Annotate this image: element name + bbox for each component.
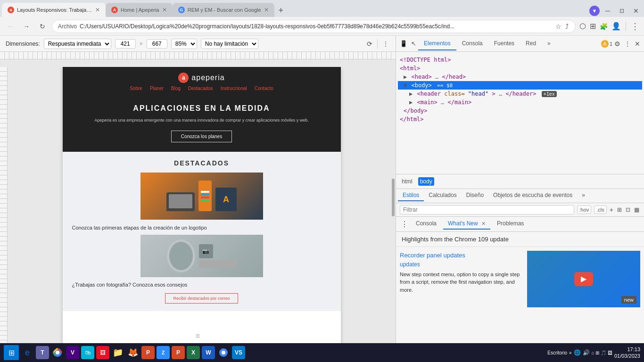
taskbar-chrome2-icon[interactable] (217, 346, 230, 359)
filter-layout-icon[interactable]: ▦ (633, 206, 640, 214)
resize-handle[interactable]: ≡ (195, 331, 201, 341)
html-line-html[interactable]: <html> (398, 64, 642, 73)
taskbar-ie-icon[interactable]: e (21, 346, 34, 359)
style-tab-estilos[interactable]: Estilos (398, 190, 424, 201)
devtools-device-icon[interactable]: 📱 (398, 38, 409, 49)
taskbar-word-icon[interactable]: W (202, 346, 215, 359)
whats-new-link[interactable]: Recorder panel updates (400, 252, 465, 259)
profile-avatar[interactable]: 👤 (611, 21, 622, 32)
html-line-main[interactable]: ▶ <main> … </main> (398, 98, 642, 107)
html-line-header[interactable]: ▶ <header class= "head" > … </header> +1… (398, 90, 642, 98)
hero-cta-button[interactable]: Conozca los planes (171, 131, 232, 142)
taskbar-desktop-label[interactable]: Escritorio (547, 350, 567, 355)
taskbar-excel-icon[interactable]: X (187, 346, 200, 359)
html-line-body[interactable]: ▼ <body> == $0 (398, 81, 642, 90)
taskbar-powerpoint2-icon[interactable]: P (172, 346, 185, 359)
taskbar-sound-icon[interactable]: 🔊 (583, 349, 590, 356)
devtools-pointer-icon[interactable]: ↖ (409, 38, 418, 49)
nav-blog[interactable]: Blog (171, 86, 181, 91)
taskbar-zoom-icon[interactable]: Z (157, 346, 170, 359)
height-input[interactable] (147, 39, 167, 49)
main-arrow[interactable]: ▶ (409, 99, 413, 106)
dt-tab-fuentes[interactable]: Fuentes (488, 37, 520, 50)
more-options-icon[interactable]: ⋮ (381, 39, 390, 49)
featured-cta-button[interactable]: Recibir destacados por correo (165, 293, 238, 304)
filter-toggle-icon[interactable]: ⊡ (625, 206, 631, 214)
body-arrow[interactable]: ▼ (404, 82, 407, 89)
close-button[interactable]: ✕ (630, 5, 642, 17)
minimize-button[interactable]: ─ (602, 5, 614, 17)
element-tab-html[interactable]: html (400, 177, 414, 186)
dt-tab-elementos[interactable]: Elementos (418, 37, 456, 50)
style-tab-objetos[interactable]: Objetos de escucha de eventos (488, 190, 577, 201)
style-tab-more[interactable]: » (577, 190, 590, 201)
bookmark-button[interactable]: ☆ (554, 22, 562, 31)
no-limit-select[interactable]: No hay limitación (201, 39, 258, 49)
devtools-more-icon[interactable]: ⋮ (622, 38, 633, 49)
extensions-icon[interactable]: ⬡ (578, 21, 587, 32)
youtube-play-button[interactable]: ▶ (574, 272, 593, 286)
style-tab-calculados[interactable]: Calculados (424, 190, 461, 201)
taskbar-network-icon[interactable]: 🌐 (574, 349, 581, 356)
start-button[interactable]: ⊞ (4, 345, 19, 360)
taskbar-arrow[interactable]: » (569, 350, 572, 355)
scroll-indicator[interactable] (392, 179, 395, 216)
element-tab-body[interactable]: body (418, 177, 434, 186)
restore-button[interactable]: ⊡ (616, 5, 628, 17)
html-line-body-close[interactable]: </body> (398, 107, 642, 115)
menu-button[interactable]: ⋮ (630, 20, 640, 33)
dt-tab-more[interactable]: » (542, 37, 556, 50)
taskbar-visio-icon[interactable]: V (66, 346, 79, 359)
taskbar-teams-icon[interactable]: T (36, 346, 49, 359)
new-tab-button[interactable]: + (274, 4, 288, 17)
ms-icon[interactable]: ⊞ (589, 21, 597, 32)
filter-cls-button[interactable]: .cls (594, 206, 607, 214)
tab-3-close[interactable]: ✕ (264, 7, 269, 13)
dt-tab-consola[interactable]: Consola (456, 37, 488, 50)
tab-2-close[interactable]: ✕ (162, 7, 167, 13)
bottom-panel-menu[interactable]: ⋮ (400, 219, 409, 230)
filter-new-rule-icon[interactable]: ⊞ (616, 206, 623, 214)
nav-planer[interactable]: Planer (150, 86, 164, 91)
viewport-content[interactable]: a apeperia Sobre Planer Blog Destacados … (8, 67, 396, 346)
bottom-tab-consola[interactable]: Consola (411, 218, 441, 230)
nav-destacados[interactable]: Destacados (188, 86, 213, 91)
address-bar[interactable]: Archivo C:/Users/USUARIO/Desktop/Logica%… (52, 20, 576, 33)
rotate-icon[interactable]: ⟳ (366, 39, 373, 49)
head-arrow[interactable]: ▶ (404, 74, 407, 80)
dt-tab-red[interactable]: Red (520, 37, 542, 50)
filter-hov-button[interactable]: :hov (577, 206, 592, 214)
taskbar-firefox-icon[interactable]: 🦊 (126, 346, 140, 359)
filter-input[interactable] (400, 205, 574, 214)
filter-add-style-button[interactable]: + (610, 206, 613, 214)
responsive-preset-select[interactable]: Respuesta inmediata (44, 39, 111, 49)
taskbar-powerpoint-icon[interactable]: P (141, 346, 155, 359)
html-line-doctype[interactable]: <!DOCTYPE html> (398, 56, 642, 64)
tab-3[interactable]: G REM y EM - Buscar con Google ✕ (173, 3, 274, 17)
bottom-tab-whats-new[interactable]: What's New ✕ (443, 218, 490, 230)
header-arrow[interactable]: ▶ (409, 90, 413, 97)
tab-1-close[interactable]: ✕ (95, 7, 100, 13)
style-tab-diseno[interactable]: Diseño (462, 190, 488, 201)
devtools-close-icon[interactable]: ✕ (633, 38, 642, 49)
html-line-head[interactable]: ▶ <head> … </head> (398, 73, 642, 81)
back-button[interactable]: ← (4, 20, 17, 33)
taskbar-clock[interactable]: 17:13 01/03/2023 (614, 346, 640, 360)
puzzle-icon[interactable]: 🧩 (599, 22, 609, 31)
tab-2[interactable]: A Home | Apeperia ✕ (106, 3, 173, 17)
whats-new-tab-close[interactable]: ✕ (481, 221, 486, 226)
bottom-tab-problemas[interactable]: Problemas (492, 218, 528, 230)
nav-instruccional[interactable]: Instruccional (221, 86, 247, 91)
html-line-html-close[interactable]: </html> (398, 115, 642, 123)
zoom-select[interactable]: 85% (171, 39, 197, 49)
taskbar-chrome-icon[interactable] (51, 346, 64, 359)
taskbar-explorer-icon[interactable]: 📁 (111, 346, 124, 359)
forward-button[interactable]: → (20, 20, 33, 33)
width-input[interactable] (115, 39, 136, 49)
taskbar-photos-icon[interactable]: 🖼 (96, 346, 109, 359)
share-button[interactable]: ⤴ (564, 22, 570, 31)
taskbar-vscode-icon[interactable]: VS (232, 346, 245, 359)
tab-1[interactable]: a Layouts Responsivos: Trabajando... ✕ (2, 3, 106, 17)
taskbar-more-icons[interactable]: ⌂ ⊞ 🎵 🖼 (592, 350, 612, 355)
whats-new-video-thumbnail[interactable]: ▶ new (527, 251, 640, 307)
